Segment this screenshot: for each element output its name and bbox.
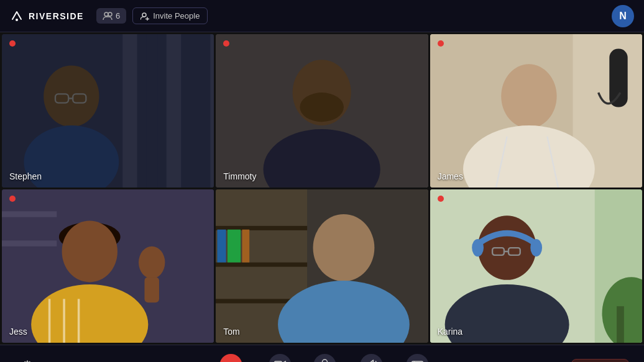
video-bg-james — [430, 34, 642, 188]
svg-point-1 — [104, 12, 108, 16]
svg-rect-46 — [218, 230, 226, 263]
rec-dot-jess — [9, 196, 16, 202]
recording-button[interactable]: Recording — [210, 351, 251, 363]
svg-point-55 — [477, 215, 536, 280]
speaker-button[interactable]: Speaker — [354, 351, 389, 363]
video-cell-james: James — [430, 34, 642, 188]
participant-name-tom: Tom — [223, 327, 239, 337]
video-bg-jess — [2, 189, 214, 343]
video-cell-jess: Jess — [2, 189, 214, 343]
share-icon — [407, 354, 429, 363]
participant-name-timmoty: Timmoty — [223, 171, 256, 181]
leave-button[interactable]: Leave — [571, 359, 629, 363]
microphone-symbol — [320, 359, 330, 363]
share-symbol — [412, 360, 424, 363]
svg-rect-43 — [216, 263, 307, 267]
video-bg-timmoty — [216, 34, 428, 188]
gear-icon — [22, 358, 33, 363]
mic-icon — [314, 354, 336, 363]
share-button[interactable]: Share — [402, 351, 434, 363]
record-icon — [220, 354, 242, 363]
user-avatar[interactable]: N — [612, 5, 634, 27]
participants-badge: 6 — [96, 8, 126, 24]
logo: RIVERSIDE — [10, 9, 84, 23]
svg-rect-47 — [228, 230, 241, 263]
svg-rect-30 — [2, 211, 57, 217]
video-cell-stephen: Stephen — [2, 34, 214, 188]
svg-rect-31 — [2, 240, 57, 246]
svg-point-24 — [501, 64, 556, 129]
cam-button[interactable]: Cam — [264, 351, 297, 363]
svg-rect-53 — [617, 306, 624, 343]
participant-name-jess: Jess — [9, 327, 27, 337]
svg-point-33 — [62, 221, 117, 283]
svg-point-57 — [472, 239, 484, 256]
svg-rect-66 — [323, 360, 328, 363]
svg-point-20 — [300, 93, 344, 122]
participants-icon — [103, 12, 113, 20]
participant-name-karina: Karina — [438, 327, 462, 337]
invite-people-button[interactable]: Invite People — [132, 7, 208, 24]
header-right: N — [612, 5, 634, 27]
svg-marker-69 — [366, 360, 373, 363]
svg-point-0 — [16, 19, 18, 21]
rec-dot-stephen — [9, 40, 16, 47]
svg-point-38 — [139, 247, 165, 279]
cam-icon — [269, 354, 292, 363]
record-symbol — [226, 360, 236, 363]
svg-rect-39 — [144, 277, 159, 302]
svg-point-58 — [530, 239, 542, 256]
riverside-logo-icon — [10, 9, 24, 23]
svg-rect-23 — [609, 49, 627, 107]
header: RIVERSIDE 6 Invite People N — [0, 0, 644, 32]
video-cell-karina: Karina — [430, 189, 642, 343]
svg-point-2 — [108, 12, 112, 16]
svg-point-12 — [44, 66, 99, 127]
speaker-symbol — [365, 360, 377, 363]
svg-point-3 — [142, 13, 146, 17]
video-bg-tom — [216, 189, 428, 343]
participants-count: 6 — [116, 11, 120, 20]
svg-point-49 — [313, 214, 375, 281]
mic-button[interactable]: Mic — [309, 351, 341, 363]
rec-dot-james — [438, 40, 444, 47]
speaker-icon — [360, 354, 382, 363]
invite-icon — [140, 12, 149, 20]
invite-button-label: Invite People — [153, 11, 200, 20]
toolbar: Settings Recording Cam — [0, 345, 644, 362]
video-bg-karina — [430, 189, 642, 343]
participant-name-stephen: Stephen — [9, 171, 42, 181]
video-cell-timmoty: Timmoty — [216, 34, 428, 188]
rec-dot-karina — [438, 196, 444, 202]
video-cell-tom: Tom — [216, 189, 428, 343]
video-grid: Stephen Timmoty — [0, 32, 644, 345]
settings-button[interactable]: Settings — [15, 358, 40, 363]
video-bg-stephen — [2, 34, 214, 188]
toolbar-center-controls: Recording Cam Mic — [210, 351, 433, 363]
participant-name-james: James — [438, 171, 463, 181]
svg-rect-48 — [242, 230, 250, 263]
logo-text: RIVERSIDE — [29, 11, 84, 21]
camera-symbol — [274, 360, 287, 363]
